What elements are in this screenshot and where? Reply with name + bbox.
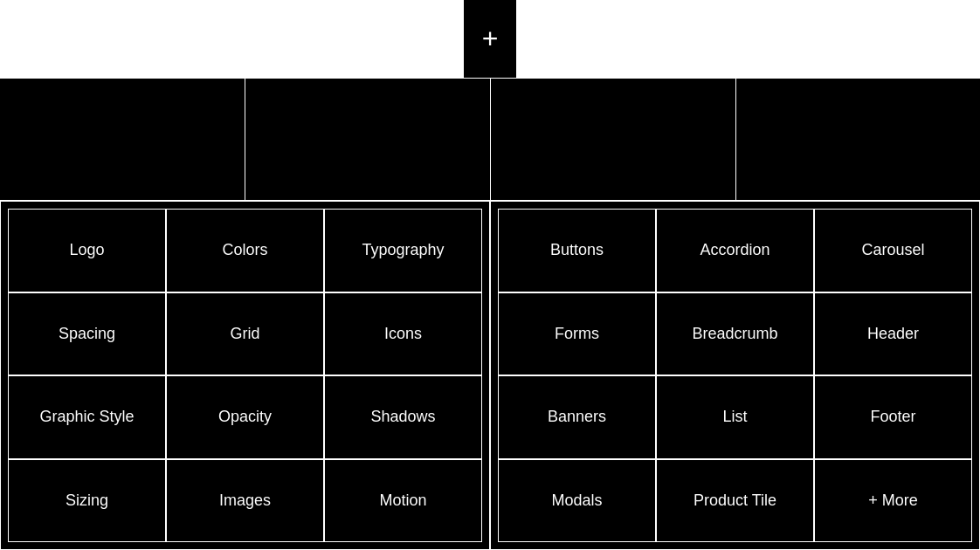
- right-grid: ButtonsAccordionCarouselFormsBreadcrumbH…: [498, 209, 972, 542]
- right-grid-item-accordion[interactable]: Accordion: [656, 209, 814, 292]
- right-grid-item-header[interactable]: Header: [814, 292, 972, 376]
- right-grid-item-footer[interactable]: Footer: [814, 375, 972, 459]
- header-left-box: [0, 0, 464, 78]
- left-grid-item-sizing[interactable]: Sizing: [8, 459, 166, 543]
- left-grid-item-images[interactable]: Images: [166, 459, 324, 543]
- right-grid-item-banners[interactable]: Banners: [498, 375, 656, 459]
- main-row: LogoColorsTypographySpacingGridIconsGrap…: [0, 201, 980, 550]
- left-grid-item-opacity[interactable]: Opacity: [166, 375, 324, 459]
- left-grid-item-spacing[interactable]: Spacing: [8, 292, 166, 376]
- header-right-box: [516, 0, 980, 78]
- right-grid-item-modals[interactable]: Modals: [498, 459, 656, 543]
- left-grid-item-logo[interactable]: Logo: [8, 209, 166, 292]
- main-container: + LogoColorsTypographySpacingGridIconsGr…: [0, 0, 980, 550]
- right-grid-item-breadcrumb[interactable]: Breadcrumb: [656, 292, 814, 376]
- right-grid-item-carousel[interactable]: Carousel: [814, 209, 972, 292]
- left-grid-item-typography[interactable]: Typography: [324, 209, 482, 292]
- left-grid-item-shadows[interactable]: Shadows: [324, 375, 482, 459]
- right-grid-item-list[interactable]: List: [656, 375, 814, 459]
- connector-right: [491, 79, 981, 200]
- plus-symbol: +: [464, 0, 516, 78]
- left-grid-item-icons[interactable]: Icons: [324, 292, 482, 376]
- connector-row: [0, 79, 980, 201]
- right-grid-item-plus-more[interactable]: + More: [814, 459, 972, 543]
- left-grid-item-grid[interactable]: Grid: [166, 292, 324, 376]
- right-panel: ButtonsAccordionCarouselFormsBreadcrumbH…: [490, 201, 980, 550]
- left-grid-item-motion[interactable]: Motion: [324, 459, 482, 543]
- right-grid-item-product-tile[interactable]: Product Tile: [656, 459, 814, 543]
- left-grid-item-graphic-style[interactable]: Graphic Style: [8, 375, 166, 459]
- left-grid-item-colors[interactable]: Colors: [166, 209, 324, 292]
- header-row: +: [0, 0, 980, 79]
- right-grid-item-forms[interactable]: Forms: [498, 292, 656, 376]
- left-panel: LogoColorsTypographySpacingGridIconsGrap…: [0, 201, 490, 550]
- right-grid-item-buttons[interactable]: Buttons: [498, 209, 656, 292]
- connector-left: [0, 79, 491, 200]
- left-grid: LogoColorsTypographySpacingGridIconsGrap…: [8, 209, 482, 542]
